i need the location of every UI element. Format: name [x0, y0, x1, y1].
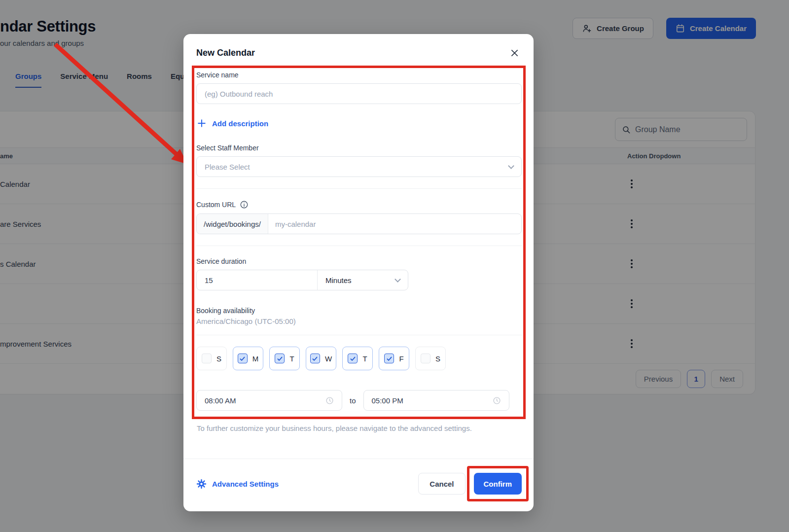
checkbox-icon	[238, 354, 248, 363]
end-time-value: 05:00 PM	[372, 396, 403, 405]
custom-url-input[interactable]: my-calendar	[268, 214, 521, 234]
hours-note: To further customize your business hours…	[197, 424, 520, 432]
checkbox-icon	[310, 354, 320, 363]
day-checkbox-sunday[interactable]: S	[196, 347, 227, 370]
checkbox-icon	[202, 354, 212, 363]
clock-icon	[325, 396, 334, 405]
custom-url-label: Custom URL	[196, 201, 236, 209]
advanced-settings-button[interactable]: Advanced Settings	[196, 479, 279, 489]
day-checkbox-thursday[interactable]: T	[342, 347, 373, 370]
divider	[196, 335, 522, 335]
checkbox-icon	[384, 354, 394, 363]
checkbox-icon	[275, 354, 285, 363]
staff-placeholder: Please Select	[205, 163, 250, 171]
gear-icon	[196, 479, 207, 489]
clock-icon	[493, 396, 501, 405]
availability-label: Booking availability	[196, 307, 522, 315]
staff-select[interactable]: Please Select	[196, 156, 522, 177]
close-icon[interactable]	[508, 47, 521, 59]
day-checkbox-tuesday[interactable]: T	[269, 347, 300, 370]
divider	[196, 246, 522, 246]
duration-unit-select[interactable]: Minutes	[318, 270, 408, 290]
add-description-button[interactable]: Add description	[197, 119, 522, 128]
service-name-input[interactable]: (eg) Outbound reach	[196, 83, 522, 104]
info-icon	[240, 200, 249, 209]
duration-unit-value: Minutes	[325, 276, 352, 284]
duration-value-input[interactable]: 15	[197, 270, 318, 290]
start-time-value: 08:00 AM	[205, 396, 236, 405]
service-name-placeholder: (eg) Outbound reach	[205, 90, 273, 98]
advanced-settings-label: Advanced Settings	[212, 480, 279, 488]
weekday-selector: S M T W T F S	[196, 347, 522, 370]
checkbox-icon	[421, 354, 430, 363]
day-checkbox-saturday[interactable]: S	[415, 347, 446, 370]
end-time-input[interactable]: 05:00 PM	[363, 390, 509, 411]
confirm-button[interactable]: Confirm	[474, 473, 522, 495]
plus-icon	[197, 119, 206, 128]
custom-url-field: /widget/bookings/ my-calendar	[196, 213, 522, 234]
annotation-rect-form: Service name (eg) Outbound reach Add des…	[192, 66, 526, 419]
divider	[196, 188, 522, 189]
url-prefix: /widget/bookings/	[197, 214, 268, 234]
checkbox-icon	[348, 354, 358, 363]
staff-label: Select Staff Member	[196, 144, 522, 152]
annotation-rect-confirm: Confirm	[467, 466, 529, 501]
service-name-label: Service name	[196, 71, 522, 79]
chevron-down-icon	[508, 163, 514, 169]
duration-label: Service duration	[196, 257, 522, 265]
custom-url-placeholder: my-calendar	[275, 220, 316, 228]
day-checkbox-monday[interactable]: M	[233, 347, 263, 370]
modal-title: New Calendar	[196, 48, 255, 58]
start-time-input[interactable]: 08:00 AM	[196, 390, 342, 411]
add-description-label: Add description	[212, 119, 268, 128]
day-checkbox-wednesday[interactable]: W	[306, 347, 336, 370]
new-calendar-modal: New Calendar Service name (eg) Outbound …	[183, 34, 534, 511]
day-checkbox-friday[interactable]: F	[379, 347, 409, 370]
timezone-text: America/Chicago (UTC-05:00)	[196, 317, 522, 325]
cancel-button[interactable]: Cancel	[418, 473, 465, 495]
chevron-down-icon	[394, 276, 401, 283]
to-label: to	[350, 396, 356, 405]
